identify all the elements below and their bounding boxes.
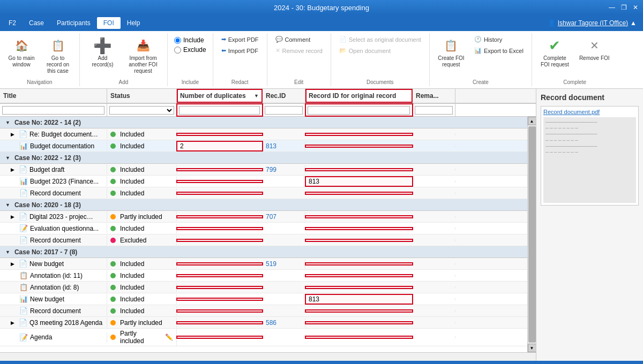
menu-help[interactable]: Help (121, 17, 147, 29)
cell-status-r15: Partly included ✏️ (107, 329, 177, 346)
export-pdf-button[interactable]: ➡ Export PDF (218, 34, 263, 44)
filter-recid-input[interactable] (265, 106, 303, 115)
include-radio[interactable] (174, 37, 181, 44)
row-title: Record document (30, 189, 81, 197)
group-case-2017-7[interactable]: ▼ Case No: 2017 - 7 (8) (0, 246, 527, 258)
table-row[interactable]: ▶ 📄 New budget Included 519 (0, 258, 527, 270)
status-dot-green (110, 308, 116, 314)
status-text: Included (120, 178, 144, 185)
comment-button[interactable]: 💬 Comment (272, 34, 326, 44)
row-expand-icon[interactable]: ▶ (11, 167, 14, 172)
import-pdf-button[interactable]: ⬅ Import PDF (218, 46, 263, 56)
excel-file-icon: 📊 (19, 295, 28, 303)
history-button[interactable]: 🕐 History (470, 34, 527, 44)
filter-title-input[interactable] (2, 106, 104, 115)
table-row[interactable]: ▶ 📄 Q3 meeting 2018 Agenda Partly includ… (0, 317, 527, 329)
cell-remark-r9 (413, 263, 455, 265)
status-dot-green (110, 273, 116, 278)
filter-original-input[interactable] (308, 106, 410, 115)
row-expand-icon[interactable]: ▶ (11, 320, 14, 325)
add-label: Add (119, 78, 129, 85)
app-title: 2024 - 30: Budgetary spending (274, 4, 369, 12)
add-record-button[interactable]: ➕ Add record(s) (84, 34, 121, 71)
table-row[interactable]: 📄 Record document Included (0, 305, 527, 317)
edit-icon: ✏️ (165, 333, 173, 341)
record-icon: 📋 (49, 37, 66, 54)
status-dot-green (110, 132, 116, 137)
go-to-record-button[interactable]: 📋 Go to record on this case (41, 34, 75, 77)
horizontal-scrollbar[interactable] (0, 353, 536, 361)
group-chevron: ▼ (5, 202, 10, 208)
status-text: Excluded (120, 237, 146, 244)
remove-foi-button[interactable]: ✕ Remove FOI (575, 34, 614, 64)
table-row[interactable]: 📄 Record document Excluded (0, 234, 527, 246)
table-row[interactable]: 📝 Agenda Partly included ✏️ (0, 329, 527, 346)
col-header-original[interactable]: Record ID for original record (305, 89, 413, 103)
scroll-thumb[interactable] (528, 126, 536, 343)
table-row[interactable]: 📊 New budget Included 813 (0, 293, 527, 305)
filter-remark-input[interactable] (415, 106, 453, 115)
duplicates-dropdown-arrow[interactable]: ▼ (254, 93, 259, 98)
menu-foi[interactable]: FOI (97, 17, 121, 29)
scroll-down-button[interactable]: ▼ (528, 344, 536, 352)
remove-record-button[interactable]: ✕ Remove record (272, 46, 326, 56)
user-name[interactable]: Ishwar Tagore (IT Office) (558, 19, 628, 27)
remove-foi-icon: ✕ (586, 37, 603, 54)
pdf-preview: Record document.pdf ───────────────── ─ … (541, 106, 639, 206)
scroll-up-button[interactable]: ▲ (528, 117, 536, 125)
filter-status-select[interactable] (109, 106, 174, 115)
menu-f2[interactable]: F2 (2, 17, 23, 29)
import-foi-button[interactable]: 📥 Import from another FOI request (123, 34, 163, 77)
go-to-main-button[interactable]: 🏠 Go to main window (4, 34, 39, 71)
cell-remark-r13 (413, 310, 455, 312)
table-row[interactable]: ▶ 📄 Budget draft Included 799 (0, 164, 527, 176)
row-expand-icon[interactable]: ▶ (11, 132, 14, 137)
select-original-button[interactable]: 📄 Select as original document (335, 34, 425, 44)
restore-button[interactable]: ❐ (618, 2, 629, 13)
col-header-remark[interactable]: Rema... (413, 89, 455, 103)
recid-value: 799 (266, 166, 276, 173)
close-button[interactable]: ✕ (630, 2, 641, 13)
export-excel-button[interactable]: 📊 Export to Excel (470, 46, 527, 56)
group-case-2022-12[interactable]: ▼ Case No: 2022 - 12 (3) (0, 152, 527, 164)
group-case-2020-18[interactable]: ▼ Case No: 2020 - 18 (3) (0, 199, 527, 211)
cell-recid-r7 (263, 228, 305, 230)
grid-area: Title Status Number of duplicates ▼ Rec.… (0, 89, 536, 361)
table-row[interactable]: 📋 Annotation (id: 11) Included (0, 270, 527, 282)
cell-orig-r4: 813 (305, 177, 413, 186)
group-case-2022-14[interactable]: ▼ Case No: 2022 - 14 (2) (0, 117, 527, 128)
cell-title-r15: 📝 Agenda (0, 332, 107, 343)
open-document-button[interactable]: 📂 Open document (335, 46, 425, 56)
file-icon: 📄 (19, 260, 27, 268)
minimize-button[interactable]: — (607, 2, 617, 13)
menu-case[interactable]: Case (23, 17, 50, 29)
row-expand-icon[interactable]: ▶ (11, 214, 14, 219)
table-row[interactable]: 📋 Annotation (id: 8) Included (0, 282, 527, 293)
status-dot-orange (110, 214, 116, 219)
table-row[interactable]: ▶ 📄 Re: Budget documentation... Included (0, 128, 527, 140)
exclude-radio[interactable] (174, 47, 181, 54)
filter-duplicates-input[interactable] (179, 106, 260, 115)
pdf-filename[interactable]: Record document.pdf (543, 109, 636, 115)
table-row[interactable]: 📄 Record document Included (0, 187, 527, 199)
include-radio-label[interactable]: Include (174, 36, 206, 44)
cell-remark-r5 (413, 192, 455, 194)
table-row[interactable]: 📊 Budget documentation Included 2 813 (0, 140, 527, 152)
vertical-scrollbar[interactable]: ▲ ▼ (527, 117, 536, 352)
table-row[interactable]: ▶ 📄 Digital 2023 - project evalu... Part… (0, 211, 527, 223)
row-expand-icon[interactable]: ▶ (11, 261, 14, 267)
col-header-recid[interactable]: Rec.ID (263, 89, 305, 103)
table-row[interactable]: 📊 Budget 2023 (Finance... Included 813 (0, 176, 527, 187)
col-header-duplicates[interactable]: Number of duplicates ▼ (177, 89, 263, 103)
exclude-radio-label[interactable]: Exclude (174, 46, 206, 54)
comment-icon: 💬 (275, 36, 283, 43)
scroll-up-arrow[interactable]: ▲ (630, 19, 637, 27)
table-row[interactable]: 📝 Evaluation questionna... Included (0, 223, 527, 234)
create-foi-button[interactable]: 📋 Create FOI request (434, 34, 468, 71)
ribbon-group-create: 📋 Create FOI request 🕐 History 📊 Export … (430, 33, 532, 86)
complete-foi-button[interactable]: ✔ Complete FOI request (536, 34, 573, 71)
menu-participants[interactable]: Participants (50, 17, 97, 29)
col-header-title[interactable]: Title (0, 89, 107, 103)
status-dot-green (110, 285, 116, 290)
col-header-status[interactable]: Status (107, 89, 177, 103)
